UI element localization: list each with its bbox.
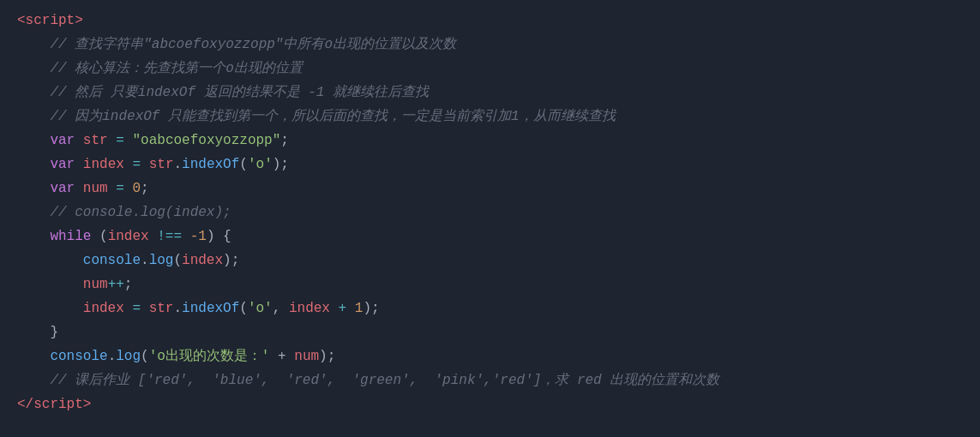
- var-str: str: [83, 133, 108, 148]
- tag-open: <script>: [17, 13, 83, 28]
- fn-indexof-1: indexOf: [182, 157, 239, 172]
- line-7: var index = str.indexOf('o');: [17, 153, 963, 177]
- str-value: "oabcoefoxyozzopp": [132, 133, 280, 148]
- line-3: // 核心算法：先查找第一个o出现的位置: [17, 57, 963, 81]
- kw-while: while: [50, 229, 91, 244]
- num-zero: 0: [132, 181, 141, 196]
- comment-2: // 核心算法：先查找第一个o出现的位置: [50, 61, 302, 76]
- line-12: num++;: [17, 272, 963, 296]
- line-11: console.log(index);: [17, 248, 963, 272]
- comment-6: // 课后作业 ['red', 'blue', 'red', 'green', …: [50, 373, 719, 388]
- fn-console-1: console: [83, 253, 141, 268]
- line-1: <script>: [17, 9, 963, 33]
- kw-var-1: var: [50, 133, 75, 148]
- line-9: // console.log(index);: [17, 201, 963, 224]
- line-5: // 因为indexOf 只能查找到第一个，所以后面的查找，一定是当前索引加1，…: [17, 105, 963, 129]
- var-num: num: [83, 181, 108, 196]
- comment-1: // 查找字符串"abcoefoxyozzopp"中所有o出现的位置以及次数: [50, 37, 456, 52]
- fn-indexof-2: indexOf: [182, 301, 239, 316]
- line-4: // 然后 只要indexOf 返回的结果不是 -1 就继续往后查找: [17, 81, 963, 105]
- comment-3: // 然后 只要indexOf 返回的结果不是 -1 就继续往后查找: [50, 85, 429, 100]
- line-8: var num = 0;: [17, 177, 963, 201]
- var-index-assign: index: [83, 301, 124, 316]
- kw-var-2: var: [50, 157, 75, 172]
- line-16: // 课后作业 ['red', 'blue', 'red', 'green', …: [17, 368, 963, 392]
- line-14: }: [17, 320, 963, 344]
- line-13: index = str.indexOf('o', index + 1);: [17, 296, 963, 320]
- line-2: // 查找字符串"abcoefoxyozzopp"中所有o出现的位置以及次数: [17, 33, 963, 57]
- comment-4: // 因为indexOf 只能查找到第一个，所以后面的查找，一定是当前索引加1，…: [50, 109, 615, 124]
- fn-console-2: console: [50, 349, 107, 364]
- line-10: while (index !== -1) {: [17, 224, 963, 248]
- comment-5: // console.log(index);: [50, 205, 231, 220]
- kw-var-3: var: [50, 181, 75, 196]
- line-15: console.log('o出现的次数是：' + num);: [17, 344, 963, 368]
- line-17: </script>: [17, 392, 963, 416]
- var-index: index: [83, 157, 124, 172]
- line-6: var str = "oabcoefoxyozzopp";: [17, 129, 963, 153]
- code-editor: <script> // 查找字符串"abcoefoxyozzopp"中所有o出现…: [0, 0, 980, 437]
- var-num-inc: num: [83, 277, 108, 292]
- tag-close: </script>: [17, 397, 91, 412]
